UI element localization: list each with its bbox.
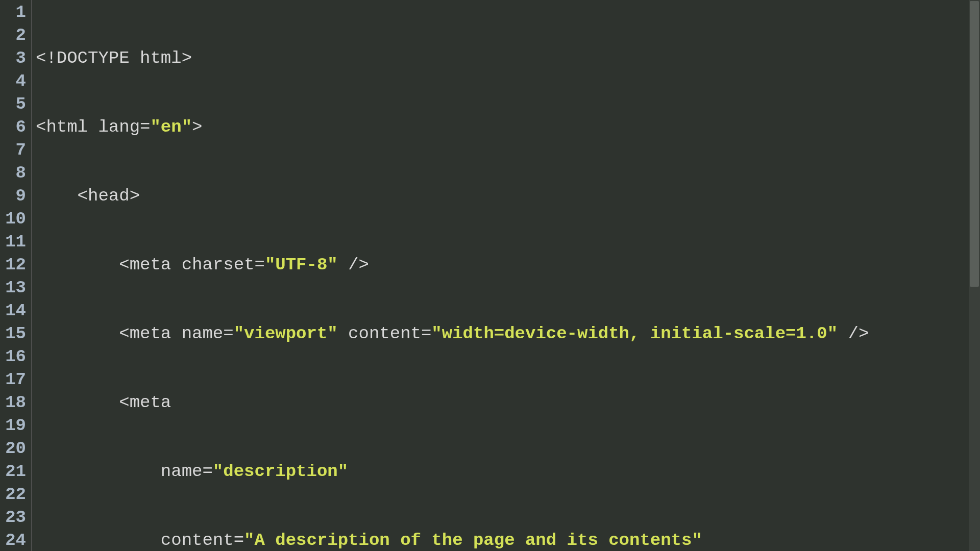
line-number: 23 bbox=[0, 506, 26, 529]
line-number: 18 bbox=[0, 391, 26, 414]
code-line[interactable]: <meta bbox=[36, 391, 980, 414]
code-editor: 1 2 3 4 5 6 7 8 9 10 11 12 13 14 15 16 1… bbox=[0, 0, 980, 551]
line-number: 7 bbox=[0, 139, 26, 162]
line-number: 17 bbox=[0, 368, 26, 391]
code-line[interactable]: <meta name="viewport" content="width=dev… bbox=[36, 322, 980, 345]
line-number: 13 bbox=[0, 277, 26, 299]
line-number: 8 bbox=[0, 162, 26, 185]
line-number: 9 bbox=[0, 185, 26, 208]
line-number: 24 bbox=[0, 529, 26, 551]
code-line[interactable]: <head> bbox=[36, 185, 980, 208]
line-number: 5 bbox=[0, 93, 26, 116]
line-number-gutter: 1 2 3 4 5 6 7 8 9 10 11 12 13 14 15 16 1… bbox=[0, 0, 32, 551]
line-number: 2 bbox=[0, 24, 26, 47]
code-area[interactable]: <!DOCTYPE html> <html lang="en"> <head> … bbox=[32, 0, 980, 551]
line-number: 11 bbox=[0, 231, 26, 254]
scrollbar-thumb[interactable] bbox=[970, 1, 979, 287]
code-line[interactable]: <meta charset="UTF-8" /> bbox=[36, 254, 980, 277]
line-number: 20 bbox=[0, 437, 26, 460]
line-number: 1 bbox=[0, 1, 26, 24]
code-line[interactable]: <html lang="en"> bbox=[36, 116, 980, 139]
line-number: 15 bbox=[0, 322, 26, 345]
line-number: 19 bbox=[0, 414, 26, 437]
code-line[interactable]: content="A description of the page and i… bbox=[36, 529, 980, 551]
code-line[interactable]: <!DOCTYPE html> bbox=[36, 47, 980, 70]
line-number: 4 bbox=[0, 70, 26, 93]
line-number: 10 bbox=[0, 208, 26, 231]
line-number: 16 bbox=[0, 345, 26, 368]
line-number: 22 bbox=[0, 483, 26, 506]
line-number: 3 bbox=[0, 47, 26, 70]
vertical-scrollbar[interactable] bbox=[969, 0, 980, 551]
line-number: 12 bbox=[0, 254, 26, 277]
code-line[interactable]: name="description" bbox=[36, 460, 980, 483]
line-number: 6 bbox=[0, 116, 26, 139]
line-number: 14 bbox=[0, 299, 26, 322]
line-number: 21 bbox=[0, 460, 26, 483]
